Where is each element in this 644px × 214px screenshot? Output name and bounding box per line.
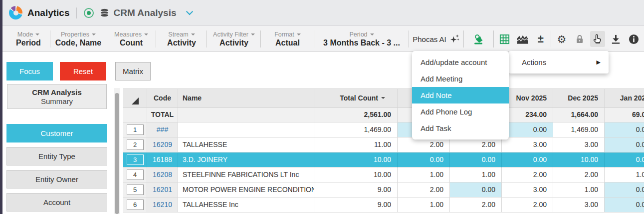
- value-cell[interactable]: 0.00: [605, 152, 644, 168]
- name-cell[interactable]: 3.D. JOINERY: [178, 152, 314, 168]
- row-number[interactable]: 4: [127, 170, 144, 180]
- sidebar-item-entity-type[interactable]: Entity Type: [6, 147, 107, 166]
- menu-item-add-meeting[interactable]: Add Meeting: [412, 70, 509, 87]
- value-cell[interactable]: 2.00: [398, 138, 450, 152]
- table-row[interactable]: 216209TALLAHESSE11.002.002.003.003.000.0…: [123, 138, 644, 152]
- row-number[interactable]: 2: [127, 140, 144, 150]
- toolbar-group-activity-filter[interactable]: Activity FilterActivity: [207, 26, 261, 52]
- menu-item-add-note[interactable]: Add Note: [412, 87, 509, 104]
- column-header-jan-2026[interactable]: Jan 2026: [605, 89, 644, 108]
- toolbar-group-mode[interactable]: ModePeriod: [6, 26, 50, 52]
- settings-button[interactable]: ⚙: [554, 31, 569, 47]
- table-row[interactable]: 416208STEELFINNE FABRICATIONS LT Inc10.0…: [123, 168, 644, 182]
- color-fill-button[interactable]: [471, 31, 486, 47]
- download-button[interactable]: [608, 31, 623, 47]
- actions-menu[interactable]: Actions ▶: [509, 51, 609, 74]
- value-cell[interactable]: 10.00: [314, 168, 398, 182]
- menu-item-add-update-account[interactable]: Add/update account: [412, 54, 509, 70]
- matrix-button[interactable]: Matrix: [115, 62, 151, 80]
- column-header-dec-2025[interactable]: Dec 2025: [553, 89, 605, 108]
- value-cell[interactable]: 3.00: [553, 138, 605, 152]
- value-cell[interactable]: 0.00: [605, 138, 644, 152]
- value-cell[interactable]: 1,664.00: [553, 108, 605, 122]
- row-number[interactable]: 5: [127, 184, 144, 195]
- chevron-down-icon[interactable]: [186, 8, 193, 15]
- value-cell[interactable]: 3.00: [502, 138, 553, 152]
- value-cell[interactable]: 2.00: [398, 182, 450, 198]
- value-cell[interactable]: 1.00: [553, 182, 605, 198]
- vertical-scrollbar[interactable]: [114, 88, 120, 214]
- phocas-ai-button[interactable]: Phocas AI: [409, 26, 464, 52]
- code-cell[interactable]: 16208: [147, 168, 178, 182]
- code-link[interactable]: 16210: [153, 200, 172, 208]
- value-cell[interactable]: 9.00: [314, 182, 398, 198]
- value-cell[interactable]: 1.00: [450, 168, 502, 182]
- name-cell[interactable]: [178, 122, 314, 138]
- column-header-total-count[interactable]: Total Count: [314, 89, 398, 108]
- value-cell[interactable]: 2.00: [502, 198, 553, 212]
- value-cell[interactable]: 1,469.00: [314, 122, 398, 138]
- value-cell[interactable]: 0.00: [605, 122, 644, 138]
- toolbar-group-format[interactable]: FormatActual: [261, 26, 314, 52]
- code-link[interactable]: 16209: [153, 140, 172, 148]
- name-cell[interactable]: TALLAHESSE Inc: [178, 198, 314, 212]
- code-cell[interactable]: 16201: [147, 182, 178, 198]
- value-cell[interactable]: 69.00: [605, 108, 644, 122]
- sidebar-item-account[interactable]: Account: [6, 193, 107, 212]
- code-cell[interactable]: 16188: [147, 152, 178, 168]
- value-cell[interactable]: 0.00: [450, 182, 502, 198]
- value-cell[interactable]: 11.00: [314, 138, 398, 152]
- value-cell[interactable]: 234.00: [502, 108, 553, 122]
- name-cell[interactable]: MOTOR POWER ENGINE RECONDITION: [178, 182, 314, 198]
- value-cell[interactable]: 10.00: [553, 152, 605, 168]
- menu-item-add-phone-log[interactable]: Add Phone Log: [412, 104, 509, 120]
- grid-view-button[interactable]: [497, 31, 512, 47]
- name-cell[interactable]: [178, 108, 314, 122]
- row-number[interactable]: 3: [127, 154, 144, 165]
- code-cell[interactable]: TOTAL: [147, 108, 178, 122]
- value-cell[interactable]: 3.00: [502, 182, 553, 198]
- pointer-mode-button[interactable]: [590, 31, 605, 47]
- plus-minus-button[interactable]: ±: [533, 31, 548, 47]
- column-header-nov-2025[interactable]: Nov 2025: [502, 89, 553, 108]
- value-cell[interactable]: 1,469.00: [553, 122, 605, 138]
- value-cell[interactable]: 0.00: [502, 152, 553, 168]
- value-cell[interactable]: 2.00: [450, 138, 502, 152]
- value-cell[interactable]: 2.00: [502, 168, 553, 182]
- sidebar-item-entity-owner[interactable]: Entity Owner: [6, 170, 107, 188]
- code-link[interactable]: 16201: [153, 186, 172, 194]
- column-header-code[interactable]: Code: [147, 89, 178, 108]
- scrollbar-thumb[interactable]: [115, 93, 119, 214]
- code-cell[interactable]: 16209: [147, 138, 178, 152]
- table-row[interactable]: 3161883.D. JOINERY10.000.000.000.0010.00…: [123, 152, 644, 168]
- column-header-name[interactable]: Name: [178, 89, 314, 108]
- value-cell[interactable]: 2.00: [450, 198, 502, 212]
- value-cell[interactable]: 1.00: [398, 198, 450, 212]
- value-cell[interactable]: 0.00: [450, 152, 502, 168]
- summary-box[interactable]: CRM Analysis Summary: [7, 84, 107, 109]
- focus-button[interactable]: Focus: [6, 62, 53, 80]
- toolbar-group-stream[interactable]: StreamActivity: [156, 26, 207, 52]
- reset-button[interactable]: Reset: [60, 62, 106, 80]
- sidebar-item-customer[interactable]: Customer: [6, 124, 107, 142]
- row-number[interactable]: 6: [127, 200, 144, 210]
- value-cell[interactable]: 1.00: [398, 168, 450, 182]
- value-cell[interactable]: 0.00: [605, 198, 644, 212]
- value-cell[interactable]: 10.00: [314, 152, 398, 168]
- value-cell[interactable]: 0.00: [398, 152, 450, 168]
- chart-view-button[interactable]: [515, 31, 530, 47]
- name-cell[interactable]: TALLAHESSE: [178, 138, 314, 152]
- toolbar-group-measures[interactable]: MeasuresCount: [106, 26, 156, 52]
- menu-item-add-task[interactable]: Add Task: [412, 120, 509, 136]
- code-link[interactable]: 16188: [153, 156, 172, 164]
- table-row[interactable]: 616210TALLAHESSE Inc9.001.002.002.003.00…: [123, 198, 644, 212]
- info-button[interactable]: [626, 31, 641, 47]
- value-cell[interactable]: 2,561.00: [314, 108, 398, 122]
- value-cell[interactable]: 0.00: [502, 122, 553, 138]
- name-cell[interactable]: STEELFINNE FABRICATIONS LT Inc: [178, 168, 314, 182]
- select-all-corner[interactable]: [123, 89, 147, 108]
- value-cell[interactable]: 2.00: [553, 168, 605, 182]
- grid-total-row[interactable]: TOTAL2,561.00234.001,664.0069.00: [123, 108, 644, 122]
- value-cell[interactable]: 0.00: [605, 182, 644, 198]
- table-row[interactable]: 516201MOTOR POWER ENGINE RECONDITION9.00…: [123, 182, 644, 198]
